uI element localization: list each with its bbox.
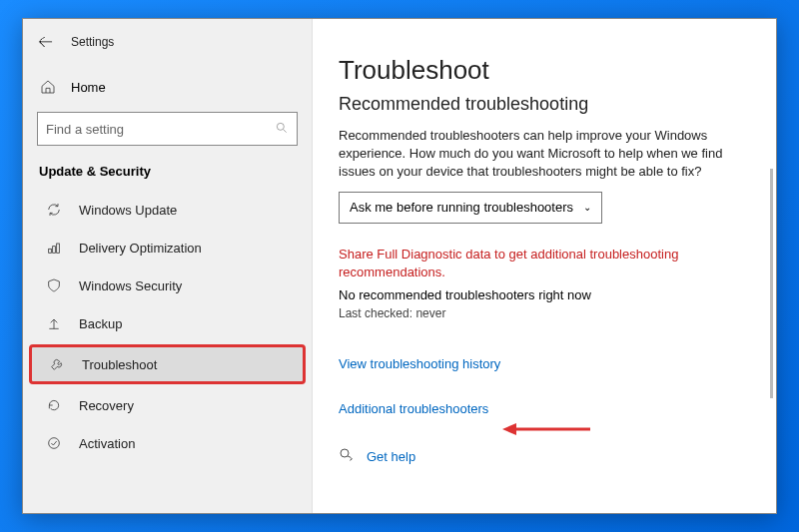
search-input[interactable]: Find a setting bbox=[37, 112, 298, 146]
svg-point-8 bbox=[341, 449, 349, 457]
sync-icon bbox=[45, 201, 63, 219]
back-arrow-icon[interactable]: 🡠 bbox=[37, 33, 53, 50]
sidebar-item-activation[interactable]: Activation bbox=[23, 424, 312, 462]
help-icon bbox=[339, 447, 355, 467]
svg-line-1 bbox=[284, 129, 287, 132]
get-help-label: Get help bbox=[367, 449, 415, 464]
svg-point-7 bbox=[49, 438, 60, 449]
get-help-link[interactable]: Get help bbox=[339, 447, 750, 467]
sidebar-item-label: Windows Security bbox=[79, 278, 182, 293]
search-icon bbox=[275, 121, 289, 138]
page-description: Recommended troubleshooters can help imp… bbox=[339, 127, 728, 182]
sidebar-nav: Windows Update Delivery Optimization Win… bbox=[23, 185, 312, 462]
home-icon bbox=[39, 78, 57, 96]
page-title: Troubleshoot bbox=[339, 55, 750, 86]
page-subtitle: Recommended troubleshooting bbox=[339, 94, 750, 115]
no-recommended-text: No recommended troubleshooters right now bbox=[339, 287, 750, 302]
troubleshoot-preference-dropdown[interactable]: Ask me before running troubleshooters ⌄ bbox=[339, 192, 602, 224]
sidebar-item-label: Recovery bbox=[79, 398, 134, 413]
home-label: Home bbox=[71, 80, 106, 95]
chevron-down-icon: ⌄ bbox=[583, 202, 591, 213]
left-pane: 🡠 Settings Home Find a setting Update & … bbox=[23, 19, 313, 513]
svg-rect-4 bbox=[57, 244, 60, 253]
backup-icon bbox=[45, 314, 63, 332]
section-title: Update & Security bbox=[23, 152, 312, 185]
svg-rect-3 bbox=[53, 247, 56, 254]
sidebar-item-label: Activation bbox=[79, 436, 135, 451]
sidebar-item-backup[interactable]: Backup bbox=[23, 304, 312, 342]
svg-marker-10 bbox=[502, 423, 516, 435]
last-checked-text: Last checked: never bbox=[339, 306, 750, 320]
app-title: Settings bbox=[71, 35, 114, 49]
sidebar-item-delivery-optimization[interactable]: Delivery Optimization bbox=[23, 229, 312, 266]
sidebar-item-windows-update[interactable]: Windows Update bbox=[23, 191, 312, 229]
scrollbar[interactable] bbox=[770, 169, 773, 398]
sidebar-item-label: Windows Update bbox=[79, 203, 177, 218]
settings-window: ― ☐ ✕ 🡠 Settings Home Find a setting bbox=[22, 18, 777, 514]
diagnostic-warning-link[interactable]: Share Full Diagnostic data to get additi… bbox=[339, 246, 728, 281]
sidebar-item-recovery[interactable]: Recovery bbox=[23, 386, 312, 424]
sidebar-item-label: Troubleshoot bbox=[82, 357, 157, 372]
additional-troubleshooters-link[interactable]: Additional troubleshooters bbox=[339, 401, 488, 416]
sidebar-item-label: Delivery Optimization bbox=[79, 241, 202, 256]
home-button[interactable]: Home bbox=[23, 58, 312, 104]
annotation-arrow bbox=[502, 419, 592, 439]
svg-point-0 bbox=[277, 123, 284, 130]
content-pane: Troubleshoot Recommended troubleshooting… bbox=[313, 19, 776, 513]
activation-icon bbox=[45, 434, 63, 452]
shield-icon bbox=[45, 276, 63, 294]
optimization-icon bbox=[45, 239, 63, 257]
dropdown-selected: Ask me before running troubleshooters bbox=[350, 200, 573, 215]
desktop-background: ― ☐ ✕ 🡠 Settings Home Find a setting bbox=[0, 0, 799, 532]
sidebar-item-troubleshoot[interactable]: Troubleshoot bbox=[29, 344, 306, 384]
recovery-icon bbox=[45, 396, 63, 414]
wrench-icon bbox=[48, 355, 66, 373]
search-placeholder: Find a setting bbox=[46, 122, 124, 137]
view-history-link[interactable]: View troubleshooting history bbox=[339, 356, 750, 371]
svg-rect-2 bbox=[49, 249, 52, 253]
sidebar-item-windows-security[interactable]: Windows Security bbox=[23, 266, 312, 304]
sidebar-item-label: Backup bbox=[79, 316, 122, 331]
